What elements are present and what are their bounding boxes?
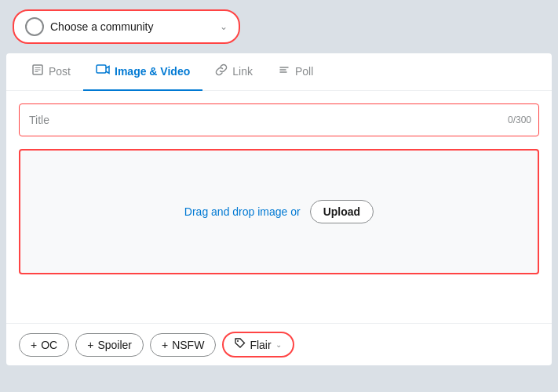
tab-post-label: Post bbox=[49, 65, 71, 78]
post-icon bbox=[31, 64, 44, 79]
community-avatar bbox=[25, 17, 44, 36]
tab-image-video[interactable]: Image & Video bbox=[83, 53, 202, 91]
oc-plus-icon: + bbox=[31, 339, 37, 351]
svg-rect-4 bbox=[97, 65, 106, 73]
flair-button[interactable]: Flair ⌄ bbox=[222, 332, 294, 358]
spoiler-button[interactable]: + Spoiler bbox=[75, 333, 144, 357]
svg-point-8 bbox=[237, 340, 239, 342]
bottom-bar: + OC + Spoiler + NSFW Flair ⌄ bbox=[6, 323, 552, 365]
community-selector[interactable]: Choose a community ⌄ bbox=[13, 9, 240, 44]
flair-chevron-icon: ⌄ bbox=[275, 340, 282, 349]
tab-link[interactable]: Link bbox=[202, 53, 265, 91]
tab-link-label: Link bbox=[232, 65, 253, 78]
oc-button[interactable]: + OC bbox=[19, 333, 69, 357]
nsfw-plus-icon: + bbox=[162, 339, 168, 351]
upload-button[interactable]: Upload bbox=[310, 200, 374, 223]
post-body: 0/300 Drag and drop image or Upload bbox=[6, 91, 552, 299]
tab-image-video-label: Image & Video bbox=[115, 65, 190, 78]
title-input[interactable] bbox=[19, 103, 539, 136]
title-area: 0/300 bbox=[19, 103, 539, 136]
tab-poll-label: Poll bbox=[295, 65, 313, 78]
nsfw-label: NSFW bbox=[172, 339, 204, 351]
drag-drop-text: Drag and drop image or bbox=[184, 205, 301, 218]
oc-label: OC bbox=[41, 339, 57, 351]
link-icon bbox=[215, 64, 228, 79]
main-content: Post Image & Video Link bbox=[6, 53, 552, 365]
tab-poll[interactable]: Poll bbox=[265, 53, 326, 91]
tab-post[interactable]: Post bbox=[19, 53, 83, 91]
spoiler-label: Spoiler bbox=[97, 339, 132, 351]
title-counter: 0/300 bbox=[508, 114, 531, 125]
spoiler-plus-icon: + bbox=[87, 339, 93, 351]
tabs-bar: Post Image & Video Link bbox=[6, 53, 552, 91]
flair-tag-icon bbox=[235, 338, 246, 351]
poll-icon bbox=[278, 64, 290, 79]
community-placeholder: Choose a community bbox=[50, 20, 154, 33]
top-bar: Choose a community ⌄ bbox=[0, 0, 558, 53]
flair-label: Flair bbox=[250, 339, 271, 351]
community-selector-left: Choose a community bbox=[25, 17, 154, 36]
chevron-down-icon: ⌄ bbox=[220, 21, 228, 32]
nsfw-button[interactable]: + NSFW bbox=[150, 333, 216, 357]
image-video-icon bbox=[96, 63, 110, 80]
upload-area[interactable]: Drag and drop image or Upload bbox=[19, 149, 539, 274]
